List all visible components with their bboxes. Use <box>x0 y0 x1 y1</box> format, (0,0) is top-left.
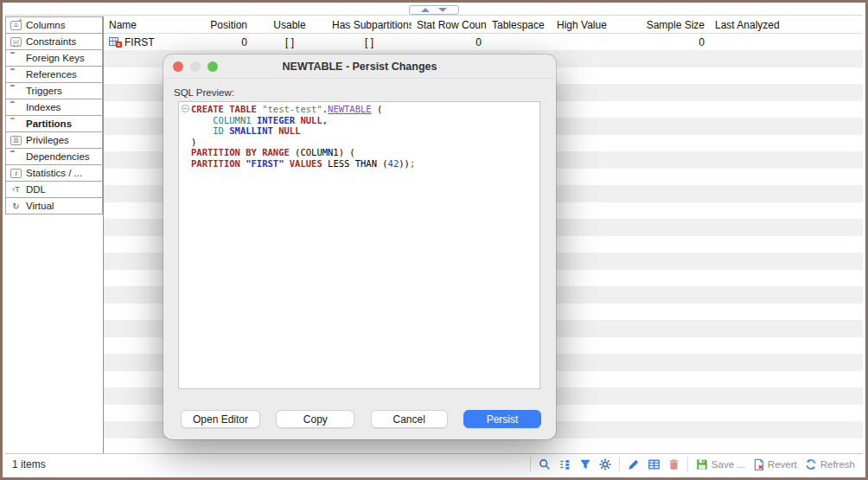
column-header-name[interactable]: Name <box>104 19 179 31</box>
folder-icon <box>10 152 22 162</box>
edit-pencil-icon[interactable] <box>628 458 640 470</box>
sql-line-1: CREATE TABLE "test-test".NEWTABLE ( <box>191 104 415 115</box>
toolbar-separator <box>687 458 688 471</box>
sql-preview-editor[interactable]: CREATE TABLE "test-test".NEWTABLE ( COLU… <box>178 101 540 389</box>
search-icon[interactable] <box>539 458 551 470</box>
refresh-icon <box>805 458 817 470</box>
sidebar-item-constraints[interactable]: Constraints <box>5 33 103 50</box>
sidebar-item-label: DDL <box>26 184 46 195</box>
pane-collapse-control[interactable] <box>409 5 459 15</box>
sidebar-item-label: Columns <box>26 20 65 30</box>
zoom-icon[interactable] <box>207 61 218 72</box>
sql-line-4: ) <box>191 137 415 148</box>
sidebar-item-foreign-keys[interactable]: Foreign Keys <box>5 49 103 67</box>
folder-icon <box>10 103 22 112</box>
sql-code: CREATE TABLE "test-test".NEWTABLE ( COLU… <box>191 102 415 388</box>
column-header-high-value[interactable]: High Value <box>552 19 635 31</box>
revert-label: Revert <box>768 459 797 470</box>
cell-stat-row-count: 0 <box>412 36 487 48</box>
dialog-title: NEWTABLE - Persist Changes <box>283 61 437 73</box>
sidebar-item-label: Virtual <box>26 201 54 211</box>
sidebar-item-label: Privileges <box>26 135 69 145</box>
folder-icon <box>10 54 22 63</box>
sidebar-item-statistics[interactable]: Statistics / ... <box>5 164 103 182</box>
cell-sample-size: 0 <box>635 36 710 48</box>
persist-button[interactable]: Persist <box>463 410 541 428</box>
statistics-icon <box>10 169 22 178</box>
dialog-titlebar[interactable]: NEWTABLE - Persist Changes <box>163 54 556 79</box>
collapse-up-icon[interactable] <box>421 8 430 12</box>
sidebar-item-triggers[interactable]: Triggers <box>5 82 103 99</box>
save-button[interactable]: Save ... <box>696 458 745 470</box>
sidebar-item-indexes[interactable]: Indexes <box>5 99 103 116</box>
cell-has-subpartitions: [ ] <box>327 36 412 48</box>
sidebar: Columns Constraints Foreign Keys Referen… <box>5 16 103 453</box>
filter-icon[interactable] <box>579 458 591 470</box>
column-header-position[interactable]: Position <box>179 19 252 31</box>
cancel-button[interactable]: Cancel <box>371 410 448 428</box>
partition-icon: x <box>109 36 122 48</box>
status-toolbar: Save ... Revert Refresh <box>530 458 863 471</box>
table-row[interactable]: x FIRST 0 [ ] [ ] 0 0 <box>104 34 863 51</box>
column-header-has-subpartitions[interactable]: Has Subpartitions <box>327 19 412 31</box>
sql-line-3: ID SMALLINT NULL <box>191 125 415 137</box>
sidebar-item-label: Indexes <box>26 102 61 112</box>
gear-icon[interactable] <box>599 458 611 470</box>
sidebar-item-virtual[interactable]: Virtual <box>5 197 103 214</box>
top-strip <box>5 5 863 16</box>
sidebar-item-partitions[interactable]: Partitions <box>5 115 103 132</box>
virtual-icon <box>10 202 22 211</box>
sql-line-5: PARTITION BY RANGE (COLUMN1) ( <box>191 147 415 158</box>
revert-icon <box>753 458 764 470</box>
dialog-buttons: Open Editor Copy Cancel Persist <box>181 410 541 428</box>
column-header-tablespace[interactable]: Tablespace <box>487 19 552 31</box>
panel-config-icon[interactable] <box>558 458 571 470</box>
close-icon[interactable] <box>173 61 183 72</box>
cell-usable: [ ] <box>252 36 327 48</box>
collapse-down-icon[interactable] <box>438 8 447 12</box>
sidebar-item-columns[interactable]: Columns <box>5 16 103 34</box>
trash-icon[interactable] <box>668 458 680 470</box>
persist-changes-dialog: NEWTABLE - Persist Changes SQL Preview: … <box>163 54 556 439</box>
folder-icon <box>10 70 22 80</box>
copy-button[interactable]: Copy <box>276 410 354 428</box>
folder-orange-icon <box>10 119 22 129</box>
revert-button[interactable]: Revert <box>753 458 797 470</box>
ddl-icon <box>10 185 22 195</box>
toolbar-separator <box>619 458 620 471</box>
sidebar-item-label: Triggers <box>26 86 62 96</box>
editor-gutter <box>179 102 191 388</box>
grid-header: Name Position Usable Has Subpartitions S… <box>104 16 863 34</box>
save-label: Save ... <box>712 459 745 470</box>
refresh-label: Refresh <box>820 459 855 470</box>
sql-line-6: PARTITION "FIRST" VALUES LESS THAN (42))… <box>191 158 415 170</box>
open-editor-button[interactable]: Open Editor <box>181 410 260 428</box>
fold-collapse-icon[interactable] <box>182 105 189 112</box>
sidebar-item-privileges[interactable]: Privileges <box>5 131 103 149</box>
sidebar-item-references[interactable]: References <box>5 66 103 83</box>
sidebar-item-label: Statistics / ... <box>26 168 82 178</box>
minimize-icon <box>190 61 201 72</box>
sidebar-item-label: References <box>26 69 77 80</box>
column-header-last-analyzed[interactable]: Last Analyzed <box>710 19 784 31</box>
column-header-sample-size[interactable]: Sample Size <box>635 19 710 31</box>
toolbar-separator <box>530 458 531 471</box>
sidebar-item-label: Foreign Keys <box>26 53 85 63</box>
sidebar-item-ddl[interactable]: DDL <box>5 181 103 198</box>
sidebar-item-dependencies[interactable]: Dependencies <box>5 148 103 165</box>
sql-line-2: COLUMN1 INTEGER NULL, <box>191 115 415 126</box>
app-window: Columns Constraints Foreign Keys Referen… <box>0 0 868 480</box>
column-header-usable[interactable]: Usable <box>252 19 327 31</box>
sidebar-item-label: Dependencies <box>26 151 90 162</box>
privileges-icon <box>10 136 22 145</box>
items-count: 1 items <box>5 458 46 470</box>
cell-position: 0 <box>179 36 252 48</box>
column-header-stat-row-count[interactable]: Stat Row Count <box>412 19 487 31</box>
save-icon <box>696 458 708 470</box>
constraints-icon <box>10 37 22 47</box>
sidebar-item-label: Constraints <box>26 36 76 47</box>
sql-preview-label: SQL Preview: <box>174 87 556 98</box>
columns-icon <box>10 21 22 30</box>
refresh-button[interactable]: Refresh <box>805 458 855 470</box>
grid-view-icon[interactable] <box>648 458 661 470</box>
